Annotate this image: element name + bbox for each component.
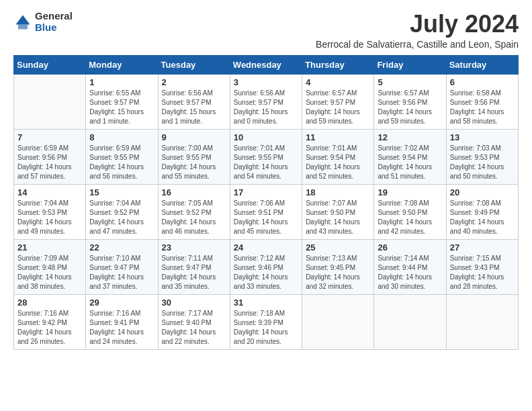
logo-general: General xyxy=(35,11,73,22)
header-friday: Friday xyxy=(374,55,446,74)
day-number: 15 xyxy=(89,187,154,197)
header-wednesday: Wednesday xyxy=(230,55,302,74)
calendar-cell: 22Sunrise: 7:10 AMSunset: 9:47 PMDayligh… xyxy=(86,239,158,294)
logo-blue: Blue xyxy=(35,22,73,34)
header-sunday: Sunday xyxy=(14,55,86,74)
calendar-cell: 23Sunrise: 7:11 AMSunset: 9:47 PMDayligh… xyxy=(158,239,230,294)
day-info: Sunrise: 6:56 AMSunset: 9:57 PMDaylight:… xyxy=(234,89,298,126)
day-info: Sunrise: 7:00 AMSunset: 9:55 PMDaylight:… xyxy=(162,144,226,181)
day-number: 1 xyxy=(89,77,154,87)
day-number: 2 xyxy=(162,77,226,87)
calendar-cell: 20Sunrise: 7:08 AMSunset: 9:49 PMDayligh… xyxy=(446,184,518,239)
calendar-cell: 19Sunrise: 7:08 AMSunset: 9:50 PMDayligh… xyxy=(374,184,446,239)
day-number: 13 xyxy=(450,132,515,142)
day-number: 12 xyxy=(378,132,442,142)
calendar-cell: 7Sunrise: 6:59 AMSunset: 9:56 PMDaylight… xyxy=(14,129,86,184)
calendar-cell: 11Sunrise: 7:01 AMSunset: 9:54 PMDayligh… xyxy=(302,129,374,184)
day-info: Sunrise: 7:03 AMSunset: 9:53 PMDaylight:… xyxy=(450,144,515,181)
calendar-cell: 13Sunrise: 7:03 AMSunset: 9:53 PMDayligh… xyxy=(446,129,518,184)
calendar-cell: 24Sunrise: 7:12 AMSunset: 9:46 PMDayligh… xyxy=(230,239,302,294)
calendar-cell: 4Sunrise: 6:57 AMSunset: 9:57 PMDaylight… xyxy=(302,74,374,129)
day-info: Sunrise: 6:59 AMSunset: 9:55 PMDaylight:… xyxy=(89,144,154,181)
day-info: Sunrise: 7:17 AMSunset: 9:40 PMDaylight:… xyxy=(162,309,226,347)
day-number: 19 xyxy=(378,187,442,197)
day-number: 10 xyxy=(234,132,298,142)
month-title: July 2024 xyxy=(316,11,519,38)
calendar-week-3: 14Sunrise: 7:04 AMSunset: 9:53 PMDayligh… xyxy=(14,184,519,239)
day-info: Sunrise: 7:04 AMSunset: 9:53 PMDaylight:… xyxy=(17,199,82,236)
day-info: Sunrise: 7:15 AMSunset: 9:43 PMDaylight:… xyxy=(450,254,515,291)
day-info: Sunrise: 6:55 AMSunset: 9:57 PMDaylight:… xyxy=(89,89,154,126)
title-section: July 2024 Berrocal de Salvatierra, Casti… xyxy=(316,11,519,50)
day-number: 7 xyxy=(17,132,82,142)
calendar-cell xyxy=(302,294,374,349)
day-info: Sunrise: 7:02 AMSunset: 9:54 PMDaylight:… xyxy=(378,144,442,181)
day-info: Sunrise: 7:13 AMSunset: 9:45 PMDaylight:… xyxy=(306,254,370,291)
day-info: Sunrise: 7:05 AMSunset: 9:52 PMDaylight:… xyxy=(162,199,226,236)
day-number: 20 xyxy=(450,187,515,197)
header-monday: Monday xyxy=(86,55,158,74)
calendar-week-2: 7Sunrise: 6:59 AMSunset: 9:56 PMDaylight… xyxy=(14,129,519,184)
calendar-cell: 2Sunrise: 6:56 AMSunset: 9:57 PMDaylight… xyxy=(158,74,230,129)
header-saturday: Saturday xyxy=(446,55,518,74)
day-number: 31 xyxy=(234,298,298,308)
calendar-table: SundayMondayTuesdayWednesdayThursdayFrid… xyxy=(13,55,519,350)
day-number: 5 xyxy=(378,77,442,87)
header-thursday: Thursday xyxy=(302,55,374,74)
day-number: 11 xyxy=(306,132,370,142)
day-info: Sunrise: 7:07 AMSunset: 9:50 PMDaylight:… xyxy=(306,199,370,236)
svg-rect-1 xyxy=(18,24,28,29)
calendar-cell: 25Sunrise: 7:13 AMSunset: 9:45 PMDayligh… xyxy=(302,239,374,294)
day-info: Sunrise: 6:56 AMSunset: 9:57 PMDaylight:… xyxy=(162,89,226,126)
calendar-cell: 16Sunrise: 7:05 AMSunset: 9:52 PMDayligh… xyxy=(158,184,230,239)
calendar-cell: 9Sunrise: 7:00 AMSunset: 9:55 PMDaylight… xyxy=(158,129,230,184)
calendar-cell: 21Sunrise: 7:09 AMSunset: 9:48 PMDayligh… xyxy=(14,239,86,294)
calendar-week-4: 21Sunrise: 7:09 AMSunset: 9:48 PMDayligh… xyxy=(14,239,519,294)
page-header: General Blue July 2024 Berrocal de Salva… xyxy=(13,11,519,50)
logo: General Blue xyxy=(13,11,73,33)
day-number: 28 xyxy=(17,298,82,308)
calendar-cell: 14Sunrise: 7:04 AMSunset: 9:53 PMDayligh… xyxy=(14,184,86,239)
day-info: Sunrise: 7:12 AMSunset: 9:46 PMDaylight:… xyxy=(234,254,298,291)
calendar-cell: 29Sunrise: 7:16 AMSunset: 9:41 PMDayligh… xyxy=(86,294,158,349)
day-info: Sunrise: 7:08 AMSunset: 9:50 PMDaylight:… xyxy=(378,199,442,236)
day-number: 9 xyxy=(162,132,226,142)
day-number: 3 xyxy=(234,77,298,87)
calendar-cell: 6Sunrise: 6:58 AMSunset: 9:56 PMDaylight… xyxy=(446,74,518,129)
day-number: 14 xyxy=(17,187,82,197)
day-info: Sunrise: 7:09 AMSunset: 9:48 PMDaylight:… xyxy=(17,254,82,291)
day-number: 18 xyxy=(306,187,370,197)
day-info: Sunrise: 7:04 AMSunset: 9:52 PMDaylight:… xyxy=(89,199,154,236)
calendar-week-5: 28Sunrise: 7:16 AMSunset: 9:42 PMDayligh… xyxy=(14,294,519,349)
day-info: Sunrise: 7:01 AMSunset: 9:55 PMDaylight:… xyxy=(234,144,298,181)
calendar-cell: 10Sunrise: 7:01 AMSunset: 9:55 PMDayligh… xyxy=(230,129,302,184)
day-number: 27 xyxy=(450,242,515,253)
day-info: Sunrise: 7:06 AMSunset: 9:51 PMDaylight:… xyxy=(234,199,298,236)
calendar-cell: 26Sunrise: 7:14 AMSunset: 9:44 PMDayligh… xyxy=(374,239,446,294)
day-number: 4 xyxy=(306,77,370,87)
day-number: 22 xyxy=(89,242,154,253)
day-number: 8 xyxy=(89,132,154,142)
day-number: 16 xyxy=(162,187,226,197)
calendar-cell: 17Sunrise: 7:06 AMSunset: 9:51 PMDayligh… xyxy=(230,184,302,239)
day-info: Sunrise: 6:57 AMSunset: 9:57 PMDaylight:… xyxy=(306,89,370,126)
calendar-cell: 31Sunrise: 7:18 AMSunset: 9:39 PMDayligh… xyxy=(230,294,302,349)
day-number: 30 xyxy=(162,298,226,308)
day-info: Sunrise: 7:11 AMSunset: 9:47 PMDaylight:… xyxy=(162,254,226,291)
day-info: Sunrise: 7:14 AMSunset: 9:44 PMDaylight:… xyxy=(378,254,442,291)
calendar-cell: 30Sunrise: 7:17 AMSunset: 9:40 PMDayligh… xyxy=(158,294,230,349)
svg-marker-0 xyxy=(16,15,30,24)
calendar-cell: 12Sunrise: 7:02 AMSunset: 9:54 PMDayligh… xyxy=(374,129,446,184)
calendar-cell xyxy=(446,294,518,349)
day-number: 26 xyxy=(378,242,442,253)
calendar-cell xyxy=(14,74,86,129)
calendar-cell: 28Sunrise: 7:16 AMSunset: 9:42 PMDayligh… xyxy=(14,294,86,349)
calendar-cell: 3Sunrise: 6:56 AMSunset: 9:57 PMDaylight… xyxy=(230,74,302,129)
day-info: Sunrise: 7:10 AMSunset: 9:47 PMDaylight:… xyxy=(89,254,154,291)
day-number: 23 xyxy=(162,242,226,253)
logo-text: General Blue xyxy=(35,11,73,33)
calendar-cell: 15Sunrise: 7:04 AMSunset: 9:52 PMDayligh… xyxy=(86,184,158,239)
day-info: Sunrise: 7:16 AMSunset: 9:41 PMDaylight:… xyxy=(89,309,154,347)
day-number: 17 xyxy=(234,187,298,197)
location-title: Berrocal de Salvatierra, Castille and Le… xyxy=(316,39,519,50)
